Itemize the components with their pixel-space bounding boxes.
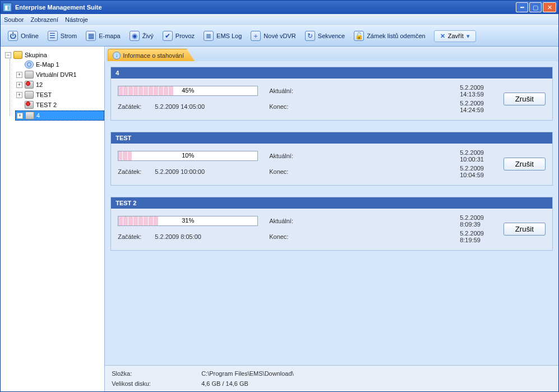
current-value: 5.2.2009 10:00:31 (460, 149, 484, 163)
expand-icon[interactable]: + (16, 92, 22, 98)
power-icon: ⏻ (8, 31, 18, 41)
toolbar-lock[interactable]: 🔓Zámek listů odemčen (350, 29, 429, 43)
download-title: TEST (111, 132, 552, 144)
tree-item-label: 12 (36, 81, 43, 88)
start-label: Začátek: (118, 233, 141, 240)
current-label: Aktuální: (269, 218, 449, 224)
end-value: 5.2.2009 8:19:59 (460, 230, 484, 243)
start-value: 5.2.2009 8:05:00 (155, 233, 201, 240)
application-window: ◧ Enterprise Management Suite ━ ▢ ✕ Soub… (0, 0, 559, 392)
tree-item-vdvr1[interactable]: + Virtuální DVR1 (15, 70, 104, 79)
expand-icon[interactable]: + (17, 113, 23, 119)
expand-icon[interactable]: + (16, 72, 22, 78)
progress-percent: 45% (182, 87, 194, 94)
progress-bar: 45% (118, 86, 258, 96)
tree-item-label: TEST 2 (36, 102, 57, 108)
download-title: TEST 2 (111, 197, 552, 209)
download-title: 4 (111, 67, 552, 79)
end-value: 5.2.2009 10:04:59 (460, 165, 484, 178)
toolbar-emap[interactable]: ▦E-mapa (82, 29, 124, 43)
tree-item-test2[interactable]: TEST 2 (15, 100, 104, 109)
collapse-icon[interactable]: − (5, 52, 11, 58)
start-value: 5.2.2009 14:05:00 (155, 103, 205, 110)
toolbar-online[interactable]: ⏻Online (4, 29, 43, 43)
toolbar-new-vdvr[interactable]: ＋Nové vDVR (247, 29, 299, 43)
progress-bar: 31% (118, 216, 258, 226)
menu-tools[interactable]: Nástroje (65, 16, 88, 23)
toolbar-close-tab[interactable]: ✕Zavřít▾ (434, 30, 476, 42)
close-icon: ✕ (440, 33, 445, 40)
titlebar: ◧ Enterprise Management Suite ━ ▢ ✕ (1, 1, 558, 14)
end-label: Konec: (269, 168, 449, 175)
download-item: TEST 231%Aktuální:5.2.2009 8:09:39Začáte… (110, 197, 553, 251)
tree-item-label: 4 (36, 112, 40, 119)
tree-item-emap1[interactable]: E-Map 1 (15, 60, 104, 69)
check-icon: ✔ (163, 31, 173, 41)
cancel-button[interactable]: Zrušit (503, 158, 546, 170)
cancel-button[interactable]: Zrušit (503, 93, 546, 105)
device-tree[interactable]: − Skupina E-Map 1 + Virtuál (1, 47, 105, 391)
window-close-button[interactable]: ✕ (543, 2, 556, 12)
emap-icon (25, 61, 34, 68)
menu-view[interactable]: Zobrazení (30, 16, 58, 23)
chevron-down-icon: ▾ (466, 33, 470, 40)
cancel-button[interactable]: Zrušit (503, 223, 546, 236)
map-icon: ▦ (86, 31, 96, 41)
download-item: TEST10%Aktuální:5.2.2009 10:00:31Začátek… (110, 132, 553, 186)
dvr-icon (25, 71, 34, 79)
dvr-icon (25, 112, 34, 119)
download-arrow-icon: ↓ (113, 52, 121, 59)
tree-item-test[interactable]: + TEST (15, 90, 104, 99)
start-value: 5.2.2009 10:00:00 (155, 168, 205, 175)
toolbar-emslog[interactable]: ≣EMS Log (200, 29, 246, 43)
toolbar-live[interactable]: ◉Živý (126, 29, 158, 43)
menubar: Soubor Zobrazení Nástroje (1, 14, 558, 25)
content-pane: ↓ Informace o stahování 445%Aktuální:5.2… (105, 47, 558, 391)
sequence-icon: ↻ (305, 31, 315, 41)
current-value: 5.2.2009 14:13:59 (460, 84, 484, 98)
expand-icon[interactable]: + (16, 82, 22, 88)
footer-info: Složka: C:\Program Files\EMS\Download\ V… (105, 365, 558, 391)
progress-bar: 10% (118, 151, 258, 161)
plus-icon: ＋ (251, 31, 261, 41)
log-icon: ≣ (204, 31, 214, 41)
toolbar-tree[interactable]: ☰Strom (44, 29, 81, 43)
camera-icon: ◉ (130, 31, 140, 41)
app-icon: ◧ (3, 3, 12, 12)
tree-item-label: TEST (36, 91, 52, 98)
current-value: 5.2.2009 8:09:39 (460, 214, 484, 228)
current-label: Aktuální: (269, 87, 449, 94)
toolbar-traffic[interactable]: ✔Provoz (159, 29, 198, 43)
maximize-button[interactable]: ▢ (529, 2, 542, 12)
download-body: 31%Aktuální:5.2.2009 8:09:39Začátek:5.2.… (111, 209, 552, 250)
disk-size-label: Velikost disku: (112, 380, 196, 387)
tree-item-12[interactable]: + 12 (15, 80, 104, 89)
download-body: 45%Aktuální:5.2.2009 14:13:59Začátek:5.2… (111, 79, 552, 120)
toolbar: ⏻Online ☰Strom ▦E-mapa ◉Živý ✔Provoz ≣EM… (1, 25, 558, 47)
start-label: Začátek: (118, 103, 141, 110)
menu-file[interactable]: Soubor (4, 16, 24, 23)
folder-icon (13, 51, 22, 59)
tree-icon: ☰ (48, 31, 58, 41)
tree-root[interactable]: − Skupina (4, 50, 104, 59)
start-label: Začátek: (118, 168, 141, 175)
tree-item-4[interactable]: + 4 (15, 110, 104, 121)
end-value: 5.2.2009 14:24:59 (460, 100, 484, 113)
download-body: 10%Aktuální:5.2.2009 10:00:31Začátek:5.2… (111, 144, 552, 185)
folder-value: C:\Program Files\EMS\Download\ (201, 370, 552, 377)
toolbar-sequence[interactable]: ↻Sekvence (301, 29, 349, 43)
dvr-icon (25, 91, 34, 99)
dvr-offline-icon (25, 81, 34, 89)
download-item: 445%Aktuální:5.2.2009 14:13:59Začátek:5.… (110, 67, 553, 121)
progress-percent: 10% (182, 152, 194, 159)
current-label: Aktuální: (269, 153, 449, 159)
lock-icon: 🔓 (354, 31, 364, 41)
end-label: Konec: (269, 233, 449, 240)
disk-size-value: 4,6 GB / 14,6 GB (201, 380, 552, 387)
minimize-button[interactable]: ━ (516, 2, 528, 12)
tab-download-info[interactable]: ↓ Informace o stahování (108, 49, 195, 61)
window-title: Enterprise Management Suite (15, 4, 516, 11)
tree-root-label: Skupina (25, 52, 47, 58)
folder-label: Složka: (112, 370, 196, 377)
progress-percent: 31% (182, 217, 194, 224)
